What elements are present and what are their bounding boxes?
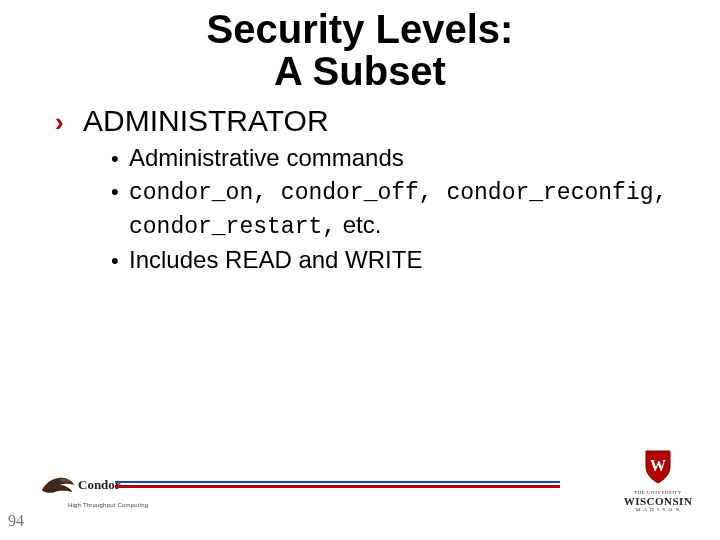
slide-title: Security Levels: A Subset [0, 0, 720, 98]
list-item: • Includes READ and WRITE [111, 244, 680, 275]
bullet-icon: • [111, 142, 129, 170]
uw-line-3: M A D I S O N [618, 507, 698, 512]
divider-line-blue [115, 481, 560, 483]
section-heading-row: › ADMINISTRATOR [55, 102, 680, 140]
bullet-text: condor_on, condor_off, condor_reconfig, … [129, 175, 680, 243]
slide: Security Levels: A Subset › ADMINISTRATO… [0, 0, 720, 540]
bullet-icon: • [111, 244, 129, 272]
bullet-icon: • [111, 175, 129, 203]
chevron-right-icon: › [55, 102, 83, 139]
section-heading: ADMINISTRATOR [83, 102, 329, 140]
svg-text:W: W [650, 457, 666, 474]
uw-line-2: WISCONSIN [618, 495, 698, 507]
slide-content: › ADMINISTRATOR • Administrative command… [0, 102, 720, 276]
title-line-1: Security Levels: [20, 8, 700, 50]
bullet-list: • Administrative commands • condor_on, c… [55, 142, 680, 276]
title-line-2: A Subset [20, 50, 700, 92]
list-item: • condor_on, condor_off, condor_reconfig… [111, 175, 680, 243]
bullet-tail: etc. [343, 211, 382, 238]
code-text: condor_on, condor_off, condor_reconfig, … [129, 180, 667, 240]
page-number: 94 [8, 512, 24, 530]
wisconsin-logo: W THE UNIVERSITY WISCONSIN M A D I S O N [618, 449, 698, 512]
divider-line-red [115, 485, 560, 488]
crest-icon: W [643, 449, 673, 485]
condor-subtitle: High Throughput Computing [68, 502, 148, 508]
list-item: • Administrative commands [111, 142, 680, 173]
divider [115, 481, 560, 488]
slide-footer: Condor High Throughput Computing W THE U… [0, 460, 720, 530]
eagle-icon [40, 472, 76, 498]
bullet-text: Administrative commands [129, 142, 680, 173]
bullet-text: Includes READ and WRITE [129, 244, 680, 275]
svg-point-0 [46, 488, 48, 490]
